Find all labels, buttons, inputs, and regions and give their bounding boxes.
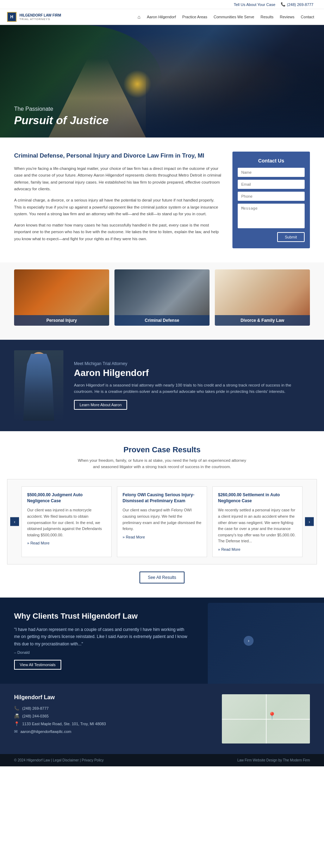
- map-background: 📍: [222, 694, 310, 743]
- message-input[interactable]: [238, 204, 305, 228]
- phone-input[interactable]: [238, 192, 305, 201]
- results-sub: When your freedom, family, or future is …: [74, 457, 250, 470]
- nav-home[interactable]: ⌂: [135, 12, 143, 21]
- submit-button[interactable]: Submit: [277, 232, 305, 242]
- testimonials-heading: Why Clients Trust Hilgendorf Law: [14, 612, 310, 621]
- nav-reviews[interactable]: Reviews: [277, 13, 298, 21]
- logo-initials: H: [7, 12, 17, 22]
- firm-name: HILGENDORF LAW FIRM: [19, 13, 61, 18]
- main-heading: Criminal Defense, Personal Injury and Di…: [14, 152, 222, 160]
- design-credit: Law Firm Website Design by The Modern Fi…: [237, 758, 310, 762]
- main-section: Criminal Defense, Personal Injury and Di…: [0, 138, 324, 262]
- hero-section: The Passionate Pursuit of Justice: [0, 25, 324, 138]
- results-grid: $500,000.00 Judgment Auto Negligence Cas…: [21, 486, 303, 557]
- result-card-1-text: Our client was injured in a motorcycle a…: [27, 507, 106, 538]
- result-card-2-title: Felony OWI Causing Serious Injury-Dismis…: [123, 492, 201, 504]
- testimonials-section: Why Clients Trust Hilgendorf Law "I have…: [0, 598, 324, 684]
- tell-us-link[interactable]: Tell Us About Your Case: [234, 2, 275, 7]
- criminal-defense-label: Criminal Defense: [114, 315, 210, 326]
- hero-title: Pursuit of Justice: [14, 114, 109, 127]
- hero-city: [146, 70, 324, 138]
- firm-sub: TRIAL ATTORNEYS: [19, 18, 61, 21]
- map-pin: 📍: [268, 711, 273, 719]
- attorney-section: Meet Michigan Trial Attorney Aaron Hilge…: [0, 340, 324, 431]
- learn-more-button[interactable]: Learn More About Aaron: [74, 400, 127, 410]
- results-heading: Proven Case Results: [7, 445, 317, 454]
- main-content: Criminal Defense, Personal Injury and Di…: [14, 152, 222, 248]
- footer-address: 📍 1133 East Maple Road, Ste. 101, Troy, …: [14, 721, 211, 726]
- nav-aaron[interactable]: Aaron Hilgendorf: [144, 13, 179, 21]
- fax-icon: 📠: [14, 714, 19, 719]
- divorce-law-label: Divorce & Family Law: [215, 315, 310, 326]
- practice-card-criminal-defense[interactable]: Criminal Defense: [114, 269, 210, 326]
- hero-text: The Passionate Pursuit of Justice: [14, 106, 109, 127]
- result-card-3-title: $260,000.00 Settlement in Auto Negligenc…: [218, 492, 297, 504]
- phone-icon: 📞: [281, 2, 286, 7]
- practice-areas: Personal Injury Criminal Defense Divorce…: [0, 262, 324, 340]
- result-card-3-text: We recently settled a personal injury ca…: [218, 507, 297, 544]
- practice-card-divorce-law[interactable]: Divorce & Family Law: [215, 269, 310, 326]
- attorney-silhouette: [19, 354, 58, 421]
- phone-icon: 📞: [14, 706, 19, 711]
- location-icon: 📍: [14, 721, 19, 726]
- result-card-2-text: Our client was charged with Felony OWI c…: [123, 507, 201, 532]
- footer-fax: 📠 (248) 244-0365: [14, 714, 211, 719]
- personal-injury-label: Personal Injury: [14, 315, 109, 326]
- results-arrow-right[interactable]: ›: [305, 517, 314, 526]
- practice-grid: Personal Injury Criminal Defense Divorce…: [14, 269, 310, 326]
- result-card-2: Felony OWI Causing Serious Injury-Dismis…: [117, 486, 207, 557]
- nav-results[interactable]: Results: [258, 13, 276, 21]
- attorney-name: Aaron Hilgendorf: [74, 368, 310, 378]
- footer-left: Hilgendorf Law 📞 (248) 269-8777 📠 (248) …: [14, 694, 211, 737]
- main-para3: Aaron knows that no matter how many case…: [14, 222, 222, 243]
- results-arrow-left[interactable]: ‹: [10, 517, 19, 526]
- nav-practice[interactable]: Practice Areas: [180, 13, 210, 21]
- result-card-2-read-more[interactable]: » Read More: [123, 535, 201, 539]
- attorney-bio: Aaron Hilgendorf is a seasoned trial att…: [74, 382, 310, 395]
- nav-contact[interactable]: Contact: [298, 13, 317, 21]
- footer-email: ✉ aaron@hilgendorflawpllc.com: [14, 729, 211, 734]
- practice-card-personal-injury[interactable]: Personal Injury: [14, 269, 109, 326]
- results-section: Proven Case Results When your freedom, f…: [0, 431, 324, 598]
- navbar: H HILGENDORF LAW FIRM TRIAL ATTORNEYS ⌂ …: [0, 9, 324, 25]
- main-para2: A criminal charge, a divorce, or a serio…: [14, 197, 222, 218]
- email-input[interactable]: [238, 180, 305, 189]
- testimonial-quote: "I have had Aaron represent me on a coup…: [14, 626, 190, 647]
- contact-form: Contact Us Submit: [232, 152, 310, 248]
- top-bar: Tell Us About Your Case 📞 (248) 269-8777: [0, 0, 324, 9]
- testimonial-author: – Donald: [14, 650, 310, 655]
- hero-subtitle: The Passionate: [14, 106, 109, 112]
- testimonials-arrow[interactable]: ›: [244, 636, 254, 646]
- nav-links: ⌂ Aaron Hilgendorf Practice Areas Commun…: [135, 12, 317, 21]
- result-card-3: $260,000.00 Settlement in Auto Negligenc…: [212, 486, 303, 557]
- main-para1: When you're facing a life-changing legal…: [14, 165, 222, 193]
- attorney-photo: [14, 350, 63, 421]
- see-all-button[interactable]: See All Results: [139, 572, 185, 583]
- email-icon: ✉: [14, 729, 18, 734]
- bottom-footer: © 2024 Hilgendorf Law | Legal Disclaimer…: [0, 754, 324, 766]
- footer-info: Hilgendorf Law 📞 (248) 269-8777 📠 (248) …: [0, 684, 324, 754]
- footer-map: 📍: [222, 694, 310, 743]
- result-card-3-read-more[interactable]: » Read More: [218, 547, 297, 551]
- attorney-sub-label: Meet Michigan Trial Attorney: [74, 361, 310, 366]
- contact-form-title: Contact Us: [238, 158, 305, 164]
- footer-phone: 📞 (248) 269-8777: [14, 706, 211, 711]
- view-testimonials-button[interactable]: View All Testimonials: [14, 660, 61, 670]
- attorney-info: Meet Michigan Trial Attorney Aaron Hilge…: [74, 361, 310, 410]
- result-card-1-title: $500,000.00 Judgment Auto Negligence Cas…: [27, 492, 106, 504]
- footer-firm-name: Hilgendorf Law: [14, 694, 211, 701]
- copyright: © 2024 Hilgendorf Law | Legal Disclaimer…: [14, 758, 104, 762]
- nav-communities[interactable]: Communities We Serve: [211, 13, 257, 21]
- result-card-1-read-more[interactable]: » Read More: [27, 541, 106, 545]
- results-container: ‹ $500,000.00 Judgment Auto Negligence C…: [7, 479, 317, 564]
- name-input[interactable]: [238, 168, 305, 177]
- map-road-vertical: [266, 694, 267, 743]
- result-card-1: $500,000.00 Judgment Auto Negligence Cas…: [21, 486, 112, 557]
- phone-number: 📞 (248) 269-8777: [281, 2, 313, 7]
- logo-area: H HILGENDORF LAW FIRM TRIAL ATTORNEYS: [7, 12, 61, 22]
